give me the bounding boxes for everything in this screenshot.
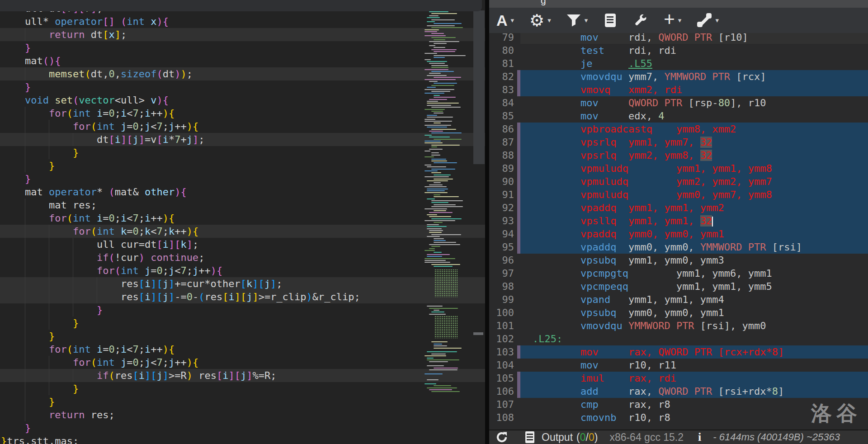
- asm-line[interactable]: 101 vmovdqu YMMWORD PTR [rsi], ymm0: [489, 319, 868, 332]
- asm-line-number[interactable]: 85: [489, 109, 517, 123]
- libraries-button[interactable]: [605, 14, 616, 27]
- asm-line-number[interactable]: 106: [489, 385, 517, 398]
- settings-button[interactable]: ⚙ ▾: [529, 12, 551, 29]
- code-line[interactable]: }: [0, 382, 485, 395]
- code-line[interactable]: for(int i=0;i<7;i++){: [0, 212, 485, 225]
- editor-scrollbar[interactable]: [473, 0, 485, 444]
- asm-line[interactable]: 103 mov rax, QWORD PTR [rcx+rdx*8]: [489, 345, 868, 359]
- asm-line[interactable]: 99 vpand ymm1, ymm1, ymm4: [489, 293, 868, 306]
- asm-line-number[interactable]: 103: [489, 345, 517, 359]
- asm-line[interactable]: 85 mov edx, 4: [489, 109, 868, 123]
- pane-divider[interactable]: [485, 0, 489, 444]
- asm-line-number[interactable]: 91: [489, 188, 517, 201]
- asm-line[interactable]: 89 vpmuludq ymm1, ymm1, ymm8: [489, 162, 868, 175]
- code-line[interactable]: for(int k=0;k<7;k++){: [0, 225, 485, 238]
- asm-line[interactable]: 90 vpmuludq ymm2, ymm2, ymm7: [489, 175, 868, 188]
- code-line[interactable]: mat(){: [0, 54, 485, 67]
- asm-line-number[interactable]: 90: [489, 175, 517, 188]
- code-line[interactable]: for(int j=0;j<7;j++){: [0, 264, 485, 277]
- code-line[interactable]: }: [0, 159, 485, 172]
- asm-line-number[interactable]: 93: [489, 214, 517, 227]
- asm-line-number[interactable]: 102: [489, 332, 517, 345]
- code-line[interactable]: }: [0, 395, 485, 408]
- code-line[interactable]: for(int i=0;i<7;i++){: [0, 343, 485, 356]
- asm-line-number[interactable]: 105: [489, 372, 517, 385]
- overrides-button[interactable]: [634, 14, 647, 27]
- code-line[interactable]: void set(vector<ull> v){: [0, 94, 485, 107]
- asm-line-number[interactable]: 94: [489, 227, 517, 241]
- asm-line[interactable]: 97 vpcmpgtq ymm1, ymm6, ymm1: [489, 267, 868, 280]
- asm-line-number[interactable]: 80: [489, 44, 517, 57]
- asm-line-number[interactable]: 82: [489, 70, 517, 83]
- asm-line[interactable]: 104 mov r10, r11: [489, 359, 868, 372]
- asm-line[interactable]: 93 vpsllq ymm1, ymm1, 32: [489, 214, 868, 227]
- asm-line-number[interactable]: 86: [489, 123, 517, 136]
- asm-line[interactable]: 84 mov QWORD PTR [rsp-80], r10: [489, 96, 868, 109]
- asm-line[interactable]: 106 add rax, QWORD PTR [rsi+rdx*8]: [489, 385, 868, 398]
- asm-line[interactable]: 102.L25:: [489, 332, 868, 345]
- info-icon[interactable]: i: [698, 430, 701, 444]
- asm-line[interactable]: 86 vpbroadcastq ymm8, xmm2: [489, 123, 868, 136]
- code-line[interactable]: }: [0, 172, 485, 185]
- add-pane-button[interactable]: + ▾: [664, 12, 681, 29]
- code-line[interactable]: ull cur=dt[i][k];: [0, 238, 485, 251]
- code-line[interactable]: }: [0, 303, 485, 316]
- code-line[interactable]: ull* operator[] (int x){: [0, 15, 485, 28]
- code-line[interactable]: return res;: [0, 408, 485, 421]
- recompile-icon[interactable]: [495, 431, 508, 444]
- asm-line[interactable]: 87 vpsrlq ymm1, ymm7, 32: [489, 136, 868, 149]
- asm-line-number[interactable]: 101: [489, 319, 517, 332]
- asm-line-number[interactable]: 81: [489, 57, 517, 70]
- asm-line-number[interactable]: 107: [489, 398, 517, 411]
- asm-line-number[interactable]: 99: [489, 293, 517, 306]
- asm-line-number[interactable]: 96: [489, 254, 517, 267]
- minimap[interactable]: [423, 10, 473, 395]
- code-line[interactable]: memset(dt,0,sizeof(dt));: [0, 67, 485, 80]
- code-line[interactable]: }: [0, 330, 485, 343]
- asm-line[interactable]: 82 vmovdqu ymm7, YMMWORD PTR [rcx]: [489, 70, 868, 83]
- asm-line[interactable]: 94 vpaddq ymm0, ymm0, ymm1: [489, 227, 868, 241]
- editor-header-bar[interactable]: [0, 0, 482, 11]
- code-line[interactable]: }: [0, 80, 485, 94]
- asm-line-number[interactable]: 83: [489, 83, 517, 96]
- asm-line-number[interactable]: 100: [489, 306, 517, 319]
- code-line[interactable]: for(int j=0;j<7;j++){: [0, 120, 485, 133]
- asm-line[interactable]: 96 vpsubq ymm1, ymm0, ymm3: [489, 254, 868, 267]
- asm-line[interactable]: 83 vmovq xmm2, rdi: [489, 83, 868, 96]
- code-line[interactable]: }: [0, 41, 485, 54]
- asm-line-number[interactable]: 98: [489, 280, 517, 293]
- code-line[interactable]: for(int j=0;j<7;j++){: [0, 356, 485, 369]
- code-line[interactable]: }trs,stt,mas;: [0, 435, 485, 444]
- asm-line-number[interactable]: 104: [489, 359, 517, 372]
- code-area[interactable]: ull dt[7][7]; ull* operator[] (int x){ r…: [0, 0, 485, 444]
- asm-line[interactable]: 88 vpsrlq ymm2, ymm8, 32: [489, 149, 868, 162]
- code-line[interactable]: }: [0, 316, 485, 330]
- assembly-code-area[interactable]: 79 mov rdi, QWORD PTR [r10]80 test rdi, …: [489, 0, 868, 430]
- asm-line-number[interactable]: 97: [489, 267, 517, 280]
- code-line[interactable]: if(res[i][j]>=R) res[i][j]%=R;: [0, 369, 485, 382]
- asm-line[interactable]: 81 je .L55: [489, 57, 868, 70]
- asm-line[interactable]: 80 test rdi, rdi: [489, 44, 868, 57]
- code-line[interactable]: dt[i][j]=v[i*7+j];: [0, 133, 485, 146]
- asm-line-number[interactable]: 87: [489, 136, 517, 149]
- filter-button[interactable]: ▾: [566, 14, 588, 27]
- code-line[interactable]: if(!cur) continue;: [0, 251, 485, 264]
- asm-line-number[interactable]: 95: [489, 241, 517, 254]
- asm-line-number[interactable]: 92: [489, 201, 517, 214]
- font-size-button[interactable]: A ▾: [496, 12, 514, 29]
- link-button[interactable]: ▾: [697, 13, 719, 28]
- output-button[interactable]: Output (0/0): [508, 431, 598, 444]
- asm-line[interactable]: 95 vpaddq ymm0, ymm0, YMMWORD PTR [rsi]: [489, 241, 868, 254]
- code-line[interactable]: mat res;: [0, 198, 485, 212]
- asm-line-number[interactable]: 108: [489, 411, 517, 424]
- asm-line-number[interactable]: 89: [489, 162, 517, 175]
- asm-line-number[interactable]: 88: [489, 149, 517, 162]
- code-line[interactable]: mat operator* (mat& other){: [0, 185, 485, 198]
- asm-line[interactable]: 100 vpsubq ymm0, ymm0, ymm1: [489, 306, 868, 319]
- asm-line[interactable]: 92 vpaddq ymm1, ymm1, ymm2: [489, 201, 868, 214]
- asm-line-number[interactable]: 84: [489, 96, 517, 109]
- asm-line[interactable]: 105 imul rax, rdi: [489, 372, 868, 385]
- code-line[interactable]: return dt[x];: [0, 28, 485, 41]
- code-line[interactable]: for(int i=0;i<7;i++){: [0, 107, 485, 120]
- code-line[interactable]: res[i][j]+=cur*other[k][j];: [0, 277, 485, 290]
